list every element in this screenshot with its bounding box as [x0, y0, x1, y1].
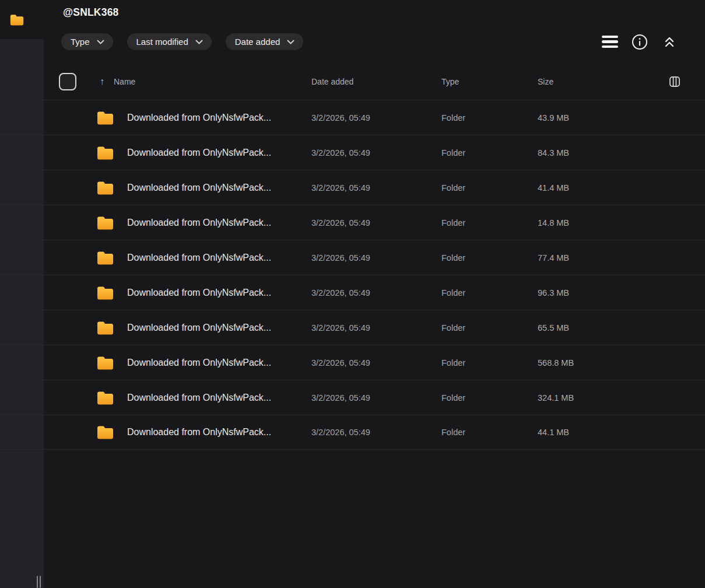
filter-chip-last-modified[interactable]: Last modified [127, 33, 212, 50]
file-name: Downloaded from OnlyNsfwPack... [127, 323, 311, 333]
file-date-added: 3/2/2026, 05:49 [311, 148, 441, 158]
file-size: 324.1 MB [538, 393, 670, 402]
table-row[interactable]: Downloaded from OnlyNsfwPack... 3/2/2026… [0, 310, 705, 345]
select-all-checkbox[interactable] [59, 73, 76, 90]
file-type: Folder [441, 393, 538, 402]
file-size: 14.8 MB [538, 218, 670, 228]
file-size: 43.9 MB [538, 113, 670, 123]
file-date-added: 3/2/2026, 05:49 [311, 253, 441, 262]
folder-icon [97, 286, 114, 300]
app-logo folder-icon[interactable] [10, 12, 24, 27]
folder-icon [97, 181, 114, 195]
sidebar-resize-handle[interactable] [37, 576, 41, 588]
file-size: 96.3 MB [538, 288, 670, 298]
filter-chip-label: Last modified [136, 37, 188, 47]
info-icon[interactable] [632, 34, 648, 50]
view-actions [602, 33, 678, 50]
file-type: Folder [441, 323, 538, 332]
sort-ascending-icon[interactable]: ↑ [100, 77, 104, 86]
filter-chip-date-added[interactable]: Date added [226, 33, 304, 50]
file-date-added: 3/2/2026, 05:49 [311, 183, 441, 192]
file-date-added: 3/2/2026, 05:49 [311, 218, 441, 228]
file-name: Downloaded from OnlyNsfwPack... [127, 148, 311, 158]
file-type: Folder [441, 148, 538, 158]
file-size: 568.8 MB [538, 358, 670, 368]
folder-icon [97, 216, 114, 230]
file-date-added: 3/2/2026, 05:49 [311, 323, 441, 332]
folder-icon [97, 321, 114, 335]
folder-icon [97, 356, 114, 370]
file-name: Downloaded from OnlyNsfwPack... [127, 253, 311, 263]
file-date-added: 3/2/2026, 05:49 [311, 428, 441, 437]
chevron-down-icon [195, 40, 203, 44]
filter-chip-label: Date added [235, 37, 280, 47]
file-name: Downloaded from OnlyNsfwPack... [127, 427, 311, 438]
table-row[interactable]: Downloaded from OnlyNsfwPack... 3/2/2026… [0, 345, 705, 380]
file-date-added: 3/2/2026, 05:49 [311, 113, 441, 123]
table-row[interactable]: Downloaded from OnlyNsfwPack... 3/2/2026… [0, 170, 705, 205]
column-header-date-added[interactable]: Date added [311, 77, 441, 86]
file-date-added: 3/2/2026, 05:49 [311, 393, 441, 402]
file-size: 65.5 MB [538, 323, 670, 332]
folder-icon [97, 251, 114, 265]
table-row[interactable]: Downloaded from OnlyNsfwPack... 3/2/2026… [0, 415, 705, 450]
file-type: Folder [441, 183, 538, 192]
list-view-icon[interactable] [602, 34, 618, 50]
column-header-type[interactable]: Type [441, 77, 538, 86]
collapse-icon[interactable] [661, 34, 678, 50]
column-header-size[interactable]: Size [538, 77, 670, 86]
page-title: @SNLK368 [63, 6, 119, 19]
file-name: Downloaded from OnlyNsfwPack... [127, 393, 311, 403]
filter-bar: Type Last modified Date added [61, 33, 303, 50]
file-table-body: Downloaded from OnlyNsfwPack... 3/2/2026… [0, 100, 705, 450]
folder-icon [97, 146, 114, 160]
chevron-down-icon [97, 40, 104, 44]
file-type: Folder [441, 253, 538, 262]
file-table-header: ↑ Name Date added Type Size [0, 63, 705, 100]
file-type: Folder [441, 288, 538, 298]
file-type: Folder [441, 358, 538, 368]
file-type: Folder [441, 428, 538, 437]
file-name: Downloaded from OnlyNsfwPack... [127, 218, 311, 228]
folder-icon [97, 111, 114, 125]
file-name: Downloaded from OnlyNsfwPack... [127, 183, 311, 193]
table-row[interactable]: Downloaded from OnlyNsfwPack... 3/2/2026… [0, 275, 705, 310]
file-size: 41.4 MB [538, 183, 670, 192]
file-type: Folder [441, 113, 538, 123]
table-row[interactable]: Downloaded from OnlyNsfwPack... 3/2/2026… [0, 135, 705, 170]
columns-icon[interactable] [669, 76, 705, 88]
file-size: 77.4 MB [538, 253, 670, 262]
folder-icon [97, 391, 114, 405]
folder-icon [97, 425, 114, 439]
table-row[interactable]: Downloaded from OnlyNsfwPack... 3/2/2026… [0, 100, 705, 135]
file-size: 44.1 MB [538, 428, 670, 437]
chevron-down-icon [287, 40, 294, 44]
filter-chip-label: Type [71, 37, 90, 47]
file-size: 84.3 MB [538, 148, 670, 158]
file-name: Downloaded from OnlyNsfwPack... [127, 113, 311, 123]
file-date-added: 3/2/2026, 05:49 [311, 288, 441, 298]
file-name: Downloaded from OnlyNsfwPack... [127, 288, 311, 298]
table-row[interactable]: Downloaded from OnlyNsfwPack... 3/2/2026… [0, 240, 705, 275]
file-date-added: 3/2/2026, 05:49 [311, 358, 441, 368]
filter-chip-type[interactable]: Type [61, 33, 113, 50]
table-row[interactable]: Downloaded from OnlyNsfwPack... 3/2/2026… [0, 380, 705, 415]
column-header-name[interactable]: Name [114, 77, 135, 86]
file-type: Folder [441, 218, 538, 228]
table-row[interactable]: Downloaded from OnlyNsfwPack... 3/2/2026… [0, 205, 705, 240]
file-name: Downloaded from OnlyNsfwPack... [127, 358, 311, 368]
